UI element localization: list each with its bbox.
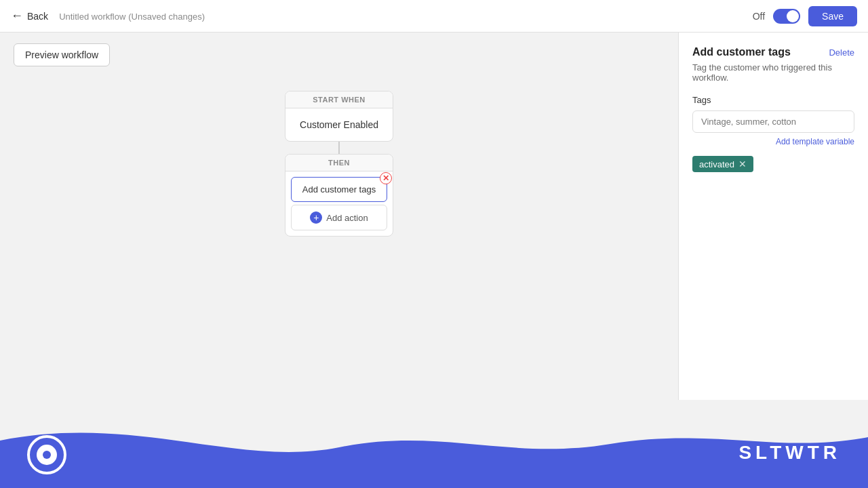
- add-template-variable-link[interactable]: Add template variable: [692, 137, 854, 146]
- panel-description: Tag the customer who triggered this work…: [692, 62, 854, 83]
- toggle-thumb: [787, 10, 799, 22]
- back-button[interactable]: ← Back: [11, 9, 48, 23]
- workflow-title: Untitled workflow (Unsaved changes): [59, 11, 205, 22]
- unsaved-label: (Unsaved changes): [128, 12, 205, 22]
- main-content: Preview workflow START WHEN Customer Ena…: [0, 33, 868, 400]
- tags-input[interactable]: [692, 110, 854, 133]
- topbar-right: Off Save: [753, 6, 857, 26]
- canvas-toolbar: Preview workflow: [0, 33, 678, 77]
- action-item-add-customer-tags[interactable]: ✕ Add customer tags: [291, 177, 387, 202]
- logo-circle: [27, 435, 66, 474]
- action-item-label: Add customer tags: [302, 184, 376, 195]
- footer-logo: [27, 435, 66, 474]
- tags-label: Tags: [692, 95, 854, 105]
- right-panel: Add customer tags Delete Tag the custome…: [678, 33, 868, 400]
- add-action-button[interactable]: + Add action: [291, 205, 387, 230]
- workflow-diagram: START WHEN Customer Enabled THEN ✕ Add c…: [0, 77, 678, 400]
- logo-inner: [37, 445, 57, 465]
- footer-brand: SLTWTR: [738, 442, 841, 464]
- remove-action-button[interactable]: ✕: [380, 172, 392, 184]
- tag-label: activated: [699, 159, 734, 169]
- tags-container: activated ✕: [692, 156, 854, 172]
- back-label: Back: [27, 11, 48, 22]
- save-button[interactable]: Save: [808, 6, 857, 26]
- workflow-toggle[interactable]: [773, 9, 800, 24]
- back-arrow-icon: ←: [11, 9, 23, 23]
- start-when-block: START WHEN Customer Enabled: [285, 91, 393, 142]
- start-when-header: START WHEN: [285, 92, 393, 108]
- panel-header: Add customer tags Delete: [692, 46, 854, 58]
- preview-workflow-button[interactable]: Preview workflow: [14, 43, 110, 66]
- workflow-title-text: Untitled workflow: [59, 12, 125, 22]
- tag-remove-button[interactable]: ✕: [738, 159, 747, 169]
- then-header: THEN: [285, 155, 393, 171]
- tag-pill-activated: activated ✕: [692, 156, 753, 172]
- panel-title: Add customer tags: [692, 46, 791, 58]
- add-action-label: Add action: [326, 213, 368, 223]
- footer: SLTWTR: [0, 400, 868, 488]
- plus-circle-icon: +: [310, 211, 322, 224]
- toggle-label: Off: [753, 11, 765, 22]
- connector-line: [338, 142, 340, 154]
- canvas: Preview workflow START WHEN Customer Ena…: [0, 33, 678, 400]
- topbar-left: ← Back Untitled workflow (Unsaved change…: [11, 9, 205, 23]
- topbar: ← Back Untitled workflow (Unsaved change…: [0, 0, 868, 33]
- delete-button[interactable]: Delete: [829, 47, 854, 58]
- start-when-body: Customer Enabled: [285, 108, 393, 141]
- then-block: THEN ✕ Add customer tags + Add action: [285, 154, 393, 237]
